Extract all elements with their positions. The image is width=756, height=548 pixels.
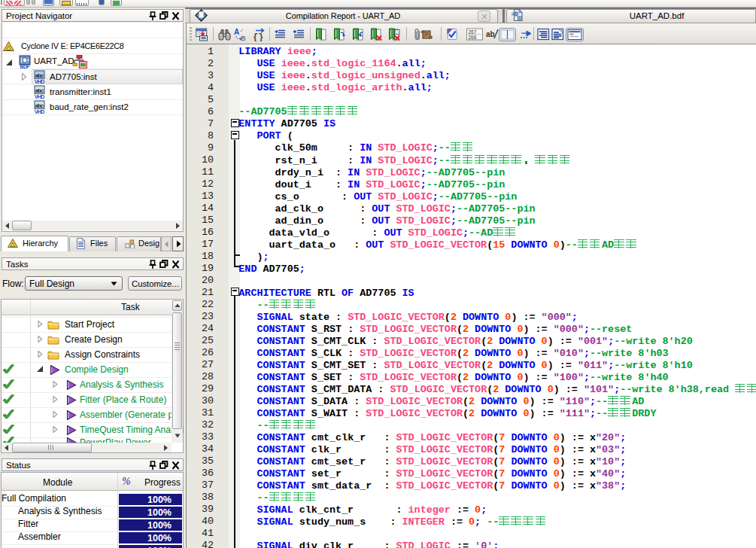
svg-text:268: 268: [469, 35, 477, 40]
svg-text:VHD: VHD: [35, 108, 45, 114]
svg-text:267: 267: [469, 29, 477, 35]
svg-text:ab: ab: [486, 30, 495, 38]
svg-text:{}: {}: [253, 32, 263, 41]
svg-text:A: A: [234, 28, 239, 36]
svg-text:VHD: VHD: [35, 78, 45, 84]
svg-text:BDF: BDF: [20, 64, 30, 68]
svg-text:B: B: [241, 35, 246, 41]
svg-text:VHD: VHD: [35, 93, 45, 99]
